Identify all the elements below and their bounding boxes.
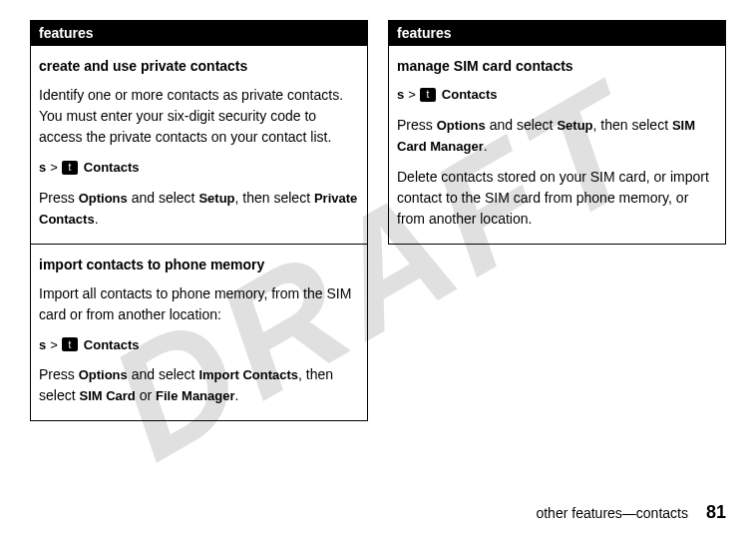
feature-title: import contacts to phone memory (39, 255, 359, 275)
nav-path: s > t Contacts (397, 85, 717, 105)
contacts-app-icon: t (420, 88, 436, 102)
nav-separator: > (50, 335, 58, 355)
nav-label: Contacts (84, 335, 140, 355)
nav-path: s > t Contacts (39, 335, 359, 355)
feature-body: Delete contacts stored on your SIM card,… (397, 167, 717, 230)
instruction-text: Press Options and select Import Contacts… (39, 364, 359, 406)
feature-body: Import all contacts to phone memory, fro… (39, 283, 359, 325)
center-key-icon: s (39, 158, 46, 178)
contacts-app-icon: t (62, 161, 78, 175)
t: Import Contacts (198, 367, 298, 382)
left-section-1: import contacts to phone memory Import a… (31, 244, 367, 421)
feature-body: Identify one or more contacts as private… (39, 85, 359, 148)
t: Press (397, 117, 437, 133)
feature-title: manage SIM card contacts (397, 56, 717, 77)
t: or (136, 387, 156, 403)
t: and select (128, 190, 199, 206)
page-footer: other features—contacts 81 (536, 502, 726, 523)
instruction-text: Press Options and select Setup, then sel… (39, 188, 359, 230)
center-key-icon: s (39, 335, 46, 355)
t: Press (39, 190, 79, 206)
t: Setup (198, 191, 234, 206)
left-header: features (31, 21, 367, 45)
t: SIM Card (79, 388, 135, 403)
t: Options (79, 191, 128, 206)
t: . (95, 211, 99, 227)
nav-path: s > t Contacts (39, 158, 359, 178)
nav-label: Contacts (84, 158, 140, 178)
center-key-icon: s (397, 85, 404, 105)
t: Options (79, 367, 128, 382)
t: Options (437, 118, 486, 133)
nav-label: Contacts (442, 85, 498, 105)
right-column: features manage SIM card contacts s > t … (388, 20, 726, 245)
t: and select (486, 117, 558, 133)
t: File Manager (156, 388, 234, 403)
t: , then select (593, 117, 672, 133)
t: . (484, 138, 488, 154)
instruction-text: Press Options and select Setup, then sel… (397, 115, 717, 157)
right-section-0: manage SIM card contacts s > t Contacts … (389, 45, 725, 244)
t: Setup (557, 118, 592, 133)
t: and select (128, 366, 199, 382)
two-column-layout: features create and use private contacts… (30, 20, 726, 421)
nav-separator: > (408, 85, 416, 105)
t: . (235, 387, 239, 403)
footer-section-label: other features—contacts (536, 505, 688, 521)
t: Press (39, 366, 79, 382)
t: , then select (235, 190, 314, 206)
page-number: 81 (706, 502, 726, 523)
left-section-0: create and use private contacts Identify… (31, 45, 367, 244)
right-header: features (389, 21, 725, 45)
contacts-app-icon: t (62, 337, 78, 351)
feature-title: create and use private contacts (39, 56, 359, 77)
nav-separator: > (50, 158, 58, 178)
left-column: features create and use private contacts… (30, 20, 368, 421)
